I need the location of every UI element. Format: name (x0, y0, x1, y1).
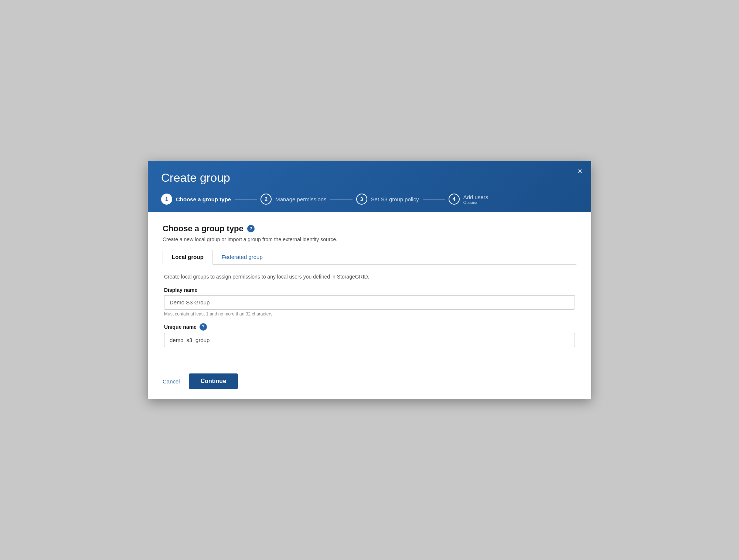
unique-name-input[interactable] (164, 333, 575, 347)
step-1-circle: 1 (161, 194, 172, 205)
step-3-circle: 3 (356, 194, 367, 205)
step-2: 2 Manage permissions (260, 194, 326, 205)
section-help-icon[interactable]: ? (247, 225, 255, 232)
unique-name-label: Unique name ? (164, 323, 575, 331)
steps-bar: 1 Choose a group type 2 Manage permissio… (161, 194, 578, 205)
display-name-field-group: Display name Must contain at least 1 and… (164, 287, 575, 317)
step-1-label: Choose a group type (176, 196, 231, 202)
tab-local-group[interactable]: Local group (163, 250, 213, 265)
modal-header: × Create group 1 Choose a group type 2 M… (148, 161, 591, 212)
step-separator-1 (235, 199, 257, 199)
step-4-sublabel: Optional (463, 200, 488, 205)
step-separator-2 (330, 199, 353, 199)
step-4-circle: 4 (449, 194, 460, 205)
step-3: 3 Set S3 group policy (356, 194, 419, 205)
unique-name-field-group: Unique name ? (164, 323, 575, 347)
step-1: 1 Choose a group type (161, 194, 231, 205)
tabs-bar: Local group Federated group (163, 250, 576, 265)
step-4: 4 Add users Optional (449, 194, 488, 205)
section-heading: Choose a group type (163, 224, 244, 233)
step-4-label: Add users (463, 194, 488, 200)
continue-button[interactable]: Continue (189, 373, 238, 389)
display-name-hint: Must contain at least 1 and no more than… (164, 311, 575, 317)
local-group-description: Create local groups to assign permission… (164, 274, 575, 280)
modal-footer: Cancel Continue (148, 366, 591, 399)
section-description: Create a new local group or import a gro… (163, 236, 576, 242)
step-3-label: Set S3 group policy (371, 196, 419, 202)
close-button[interactable]: × (578, 167, 582, 175)
modal-body: Choose a group type ? Create a new local… (148, 212, 591, 366)
modal-title: Create group (161, 171, 578, 185)
unique-name-help-icon[interactable]: ? (200, 323, 207, 331)
create-group-modal: × Create group 1 Choose a group type 2 M… (148, 161, 591, 399)
display-name-input[interactable] (164, 295, 575, 310)
cancel-button[interactable]: Cancel (163, 378, 180, 385)
display-name-label: Display name (164, 287, 575, 293)
tab-local-content: Create local groups to assign permission… (163, 274, 576, 347)
step-2-label: Manage permissions (275, 196, 326, 202)
tab-federated-group[interactable]: Federated group (213, 250, 272, 265)
step-4-label-block: Add users Optional (463, 194, 488, 205)
step-2-circle: 2 (260, 194, 272, 205)
step-separator-3 (423, 199, 445, 199)
section-title-row: Choose a group type ? (163, 224, 576, 233)
